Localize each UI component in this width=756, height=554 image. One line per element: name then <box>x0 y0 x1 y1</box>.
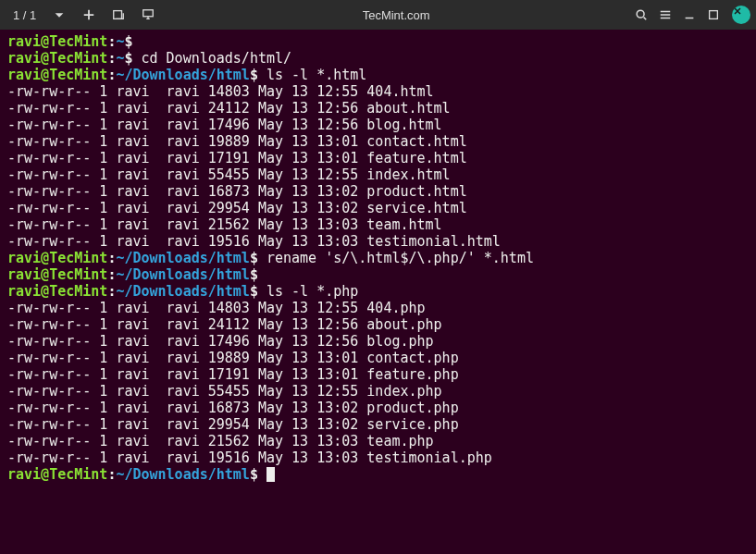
file-row: -rw-rw-r-- 1 ravi ravi 17496 May 13 12:5… <box>7 333 749 350</box>
window-title: TecMint.com <box>162 8 630 22</box>
terminal-area[interactable]: ravi@TecMint:~$ ravi@TecMint:~$ cd Downl… <box>0 30 756 490</box>
file-row: -rw-rw-r-- 1 ravi ravi 17191 May 13 13:0… <box>7 150 749 166</box>
broadcast-icon[interactable] <box>134 4 162 26</box>
file-row: -rw-rw-r-- 1 ravi ravi 14803 May 13 12:5… <box>7 300 749 316</box>
svg-rect-3 <box>710 11 718 19</box>
minimize-icon[interactable] <box>678 4 700 26</box>
prompt-user: ravi@TecMint <box>7 466 107 483</box>
file-row: -rw-rw-r-- 1 ravi ravi 16873 May 13 13:0… <box>7 400 749 416</box>
prompt-line: ravi@TecMint:~/Downloads/html$ rename 's… <box>7 250 749 266</box>
file-row: -rw-rw-r-- 1 ravi ravi 21562 May 13 13:0… <box>7 216 749 233</box>
titlebar-right <box>630 4 750 26</box>
prompt-command <box>132 33 141 50</box>
maximize-icon[interactable] <box>702 4 725 26</box>
prompt-line: ravi@TecMint:~/Downloads/html$ <box>7 266 749 283</box>
prompt-line: ravi@TecMint:~/Downloads/html$ ls -l *.p… <box>7 283 749 300</box>
cursor <box>266 467 275 482</box>
prompt-path: ~/Downloads/html <box>116 67 250 83</box>
prompt-dollar: $ <box>250 250 258 266</box>
titlebar-left: 1 / 1 <box>6 4 162 26</box>
prompt-path: ~/Downloads/html <box>116 283 250 300</box>
file-row: -rw-rw-r-- 1 ravi ravi 21562 May 13 13:0… <box>7 433 749 449</box>
prompt-user: ravi@TecMint <box>7 33 107 50</box>
prompt-line: ravi@TecMint:~$ <box>7 33 749 50</box>
prompt-command: ls -l *.html <box>258 67 366 83</box>
svg-rect-0 <box>114 11 122 19</box>
prompt-path: ~/Downloads/html <box>116 266 250 283</box>
file-row: -rw-rw-r-- 1 ravi ravi 55455 May 13 12:5… <box>7 166 749 183</box>
prompt-command: ls -l *.php <box>258 283 358 300</box>
file-row: -rw-rw-r-- 1 ravi ravi 19889 May 13 13:0… <box>7 350 749 366</box>
prompt-line: ravi@TecMint:~/Downloads/html$ <box>7 466 749 483</box>
file-row: -rw-rw-r-- 1 ravi ravi 14803 May 13 12:5… <box>7 83 749 100</box>
svg-rect-1 <box>143 10 154 17</box>
file-row: -rw-rw-r-- 1 ravi ravi 29954 May 13 13:0… <box>7 200 749 216</box>
prompt-user: ravi@TecMint <box>7 266 107 283</box>
file-row: -rw-rw-r-- 1 ravi ravi 19516 May 13 13:0… <box>7 449 749 466</box>
svg-point-2 <box>637 10 644 18</box>
prompt-path: ~/Downloads/html <box>116 250 250 266</box>
file-row: -rw-rw-r-- 1 ravi ravi 19516 May 13 13:0… <box>7 233 749 250</box>
prompt-path: ~/Downloads/html <box>116 466 250 483</box>
file-row: -rw-rw-r-- 1 ravi ravi 16873 May 13 13:0… <box>7 183 749 200</box>
prompt-user: ravi@TecMint <box>7 283 107 300</box>
file-row: -rw-rw-r-- 1 ravi ravi 29954 May 13 13:0… <box>7 416 749 433</box>
prompt-dollar: $ <box>250 266 258 283</box>
close-icon[interactable] <box>732 6 750 24</box>
prompt-line: ravi@TecMint:~/Downloads/html$ ls -l *.h… <box>7 67 749 83</box>
new-window-icon[interactable] <box>105 4 132 26</box>
file-row: -rw-rw-r-- 1 ravi ravi 17496 May 13 12:5… <box>7 117 749 133</box>
file-row: -rw-rw-r-- 1 ravi ravi 55455 May 13 12:5… <box>7 383 749 400</box>
file-row: -rw-rw-r-- 1 ravi ravi 24112 May 13 12:5… <box>7 316 749 333</box>
prompt-dollar: $ <box>250 67 258 83</box>
file-row: -rw-rw-r-- 1 ravi ravi 19889 May 13 13:0… <box>7 133 749 150</box>
prompt-line: ravi@TecMint:~$ cd Downloads/html/ <box>7 50 749 67</box>
prompt-user: ravi@TecMint <box>7 50 107 67</box>
titlebar: 1 / 1 TecMint.com <box>0 0 756 30</box>
search-icon[interactable] <box>630 4 652 26</box>
file-row: -rw-rw-r-- 1 ravi ravi 24112 May 13 12:5… <box>7 100 749 117</box>
prompt-command: rename 's/\.html$/\.php/' *.html <box>258 250 534 266</box>
prompt-command <box>258 266 266 283</box>
prompt-command: cd Downloads/html/ <box>132 50 291 67</box>
tab-counter[interactable]: 1 / 1 <box>6 4 43 26</box>
prompt-command <box>258 466 266 483</box>
prompt-user: ravi@TecMint <box>7 250 107 266</box>
tab-dropdown-icon[interactable] <box>45 4 73 26</box>
prompt-user: ravi@TecMint <box>7 67 107 83</box>
new-tab-icon[interactable] <box>75 4 103 26</box>
prompt-dollar: $ <box>250 283 258 300</box>
hamburger-menu-icon[interactable] <box>654 4 676 26</box>
file-row: -rw-rw-r-- 1 ravi ravi 17191 May 13 13:0… <box>7 366 749 383</box>
prompt-dollar: $ <box>250 466 258 483</box>
